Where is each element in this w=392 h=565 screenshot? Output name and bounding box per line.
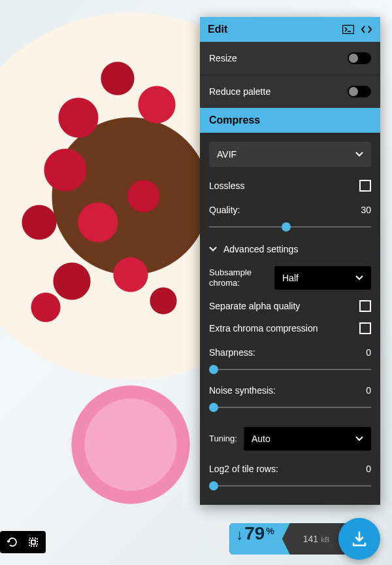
compare-icon[interactable] — [361, 25, 372, 34]
quality-label: Quality: — [209, 205, 240, 215]
svg-rect-2 — [31, 540, 35, 544]
noise-synthesis-label: Noise synthesis: — [209, 385, 276, 396]
noise-synthesis-slider[interactable] — [209, 407, 371, 408]
reduce-palette-toggle[interactable] — [348, 86, 371, 97]
svg-rect-1 — [29, 538, 37, 546]
quality-value: 30 — [361, 205, 371, 215]
lossless-checkbox[interactable] — [359, 180, 371, 192]
advanced-settings-label: Advanced settings — [223, 244, 298, 254]
sharpness-value: 0 — [366, 347, 371, 358]
quality-row: Quality: 30 — [209, 205, 371, 215]
separate-alpha-row: Separate alpha quality — [209, 300, 371, 312]
file-size-value: 141 — [303, 534, 318, 544]
edit-panel: Edit Resize Reduce palette Compress AVIF… — [200, 17, 380, 505]
separate-alpha-checkbox[interactable] — [359, 300, 371, 312]
size-badge: ↓ 79 % 141 kB — [229, 523, 346, 555]
extra-chroma-label: Extra chroma compression — [209, 323, 318, 334]
sharpness-row: Sharpness: 0 — [209, 347, 371, 358]
log2-tile-rows-value: 0 — [366, 464, 371, 474]
panel-title: Edit — [208, 24, 336, 35]
compress-header: Compress — [200, 108, 380, 133]
percent-symbol: % — [266, 526, 274, 536]
sharpness-slider[interactable] — [209, 369, 371, 370]
reduce-palette-label: Reduce palette — [209, 86, 270, 97]
noise-synthesis-row: Noise synthesis: 0 — [209, 385, 371, 396]
output-bar: ↓ 79 % 141 kB — [229, 518, 380, 560]
subsample-chroma-row: Subsample chroma: Half — [209, 266, 371, 290]
subsample-chroma-label: Subsample chroma: — [209, 267, 268, 288]
chevron-down-icon — [209, 247, 217, 252]
quality-slider[interactable] — [209, 226, 371, 228]
download-icon — [350, 529, 369, 549]
file-size-unit: kB — [321, 536, 329, 543]
view-controls — [0, 531, 46, 553]
log2-tile-rows-label: Log2 of tile rows: — [209, 464, 278, 474]
reduce-palette-section: Reduce palette — [200, 75, 380, 108]
noise-synthesis-value: 0 — [366, 385, 371, 396]
compress-options: AVIF Lossless Quality: 30 Advanced setti… — [200, 133, 380, 505]
tuning-select[interactable]: Auto — [244, 427, 371, 451]
terminal-icon[interactable] — [342, 25, 354, 34]
svg-rect-0 — [343, 26, 354, 34]
log2-tile-rows-row: Log2 of tile rows: 0 — [209, 464, 371, 474]
tuning-row: Tuning: Auto — [209, 427, 371, 451]
extra-chroma-row: Extra chroma compression — [209, 322, 371, 334]
advanced-settings-toggle[interactable]: Advanced settings — [209, 244, 371, 254]
lossless-label: Lossless — [209, 180, 244, 191]
down-arrow-icon: ↓ — [236, 526, 243, 543]
subsample-chroma-select[interactable]: Half — [274, 266, 371, 290]
resize-section: Resize — [200, 42, 380, 75]
sharpness-label: Sharpness: — [209, 347, 255, 358]
format-select[interactable]: AVIF — [209, 142, 371, 167]
panel-header: Edit — [200, 17, 380, 42]
extra-chroma-checkbox[interactable] — [359, 322, 371, 334]
separate-alpha-label: Separate alpha quality — [209, 301, 300, 311]
download-button[interactable] — [338, 518, 380, 560]
crop-icon[interactable] — [27, 536, 39, 548]
resize-label: Resize — [209, 53, 237, 63]
resize-toggle[interactable] — [348, 52, 371, 64]
rotate-icon[interactable] — [7, 536, 18, 548]
tuning-label: Tuning: — [209, 434, 237, 444]
log2-tile-rows-slider[interactable] — [209, 485, 371, 487]
savings-pct: ↓ 79 % — [229, 523, 290, 555]
lossless-row: Lossless — [209, 180, 371, 192]
savings-value: 79 — [244, 523, 265, 544]
